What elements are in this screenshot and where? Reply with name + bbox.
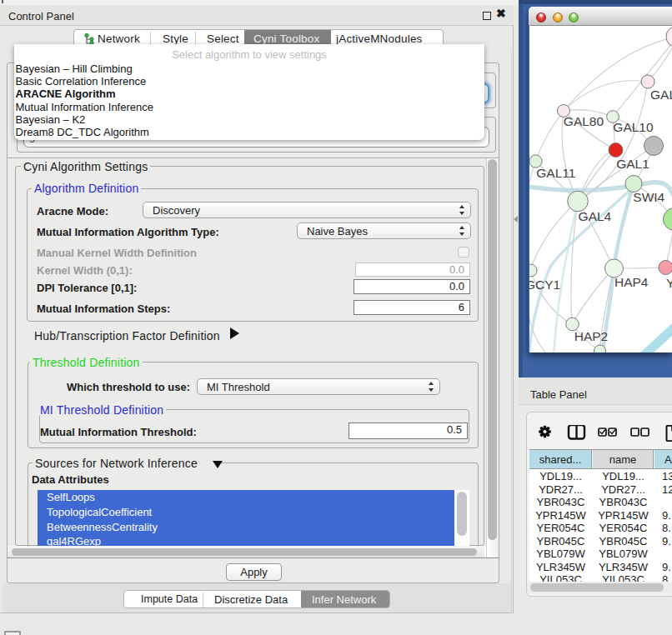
- svg-text:GAL11: GAL11: [536, 166, 575, 180]
- svg-text:GAL10: GAL10: [613, 120, 654, 134]
- svg-text:GAL4: GAL4: [579, 209, 612, 223]
- svg-text:GCY1: GCY1: [529, 278, 560, 292]
- svg-text:GAL1: GAL1: [616, 157, 649, 171]
- svg-text:GAL80: GAL80: [564, 114, 604, 128]
- svg-text:HAP2: HAP2: [574, 329, 609, 343]
- svg-text:HAP4: HAP4: [614, 275, 649, 289]
- svg-text:SWI4: SWI4: [633, 190, 664, 204]
- svg-text:GAL7: GAL7: [650, 88, 672, 102]
- svg-text:YJL0: YJL0: [666, 276, 672, 290]
